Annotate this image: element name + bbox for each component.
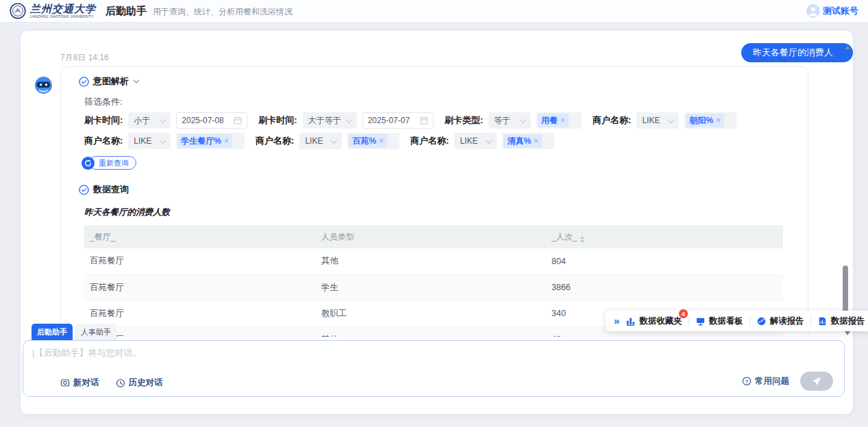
filter-group: 商户名称: LIKE 朝阳%× (593, 112, 736, 129)
value-input[interactable]: 用餐× (536, 112, 582, 129)
cell-canteen: 朝阳餐厅 (84, 326, 316, 337)
bot-avatar-icon (34, 76, 53, 94)
chat-scroll-area[interactable]: 昨天各餐厅的消费人数 7月8日 14:16 意图解析 筛选条件: (21, 31, 853, 337)
operator-select[interactable]: LIKE (636, 112, 679, 129)
value-input[interactable]: 百苑%× (347, 133, 399, 149)
query-section-title: 数据查询 (93, 183, 129, 196)
operator-select[interactable]: 等于 (488, 112, 531, 129)
chevron-down-icon (486, 137, 493, 144)
operator-select[interactable]: LIKE (299, 133, 342, 149)
filter-field-label: 刷卡类型: (445, 114, 483, 127)
refresh-icon (82, 157, 95, 170)
value-input[interactable]: 清真%× (502, 133, 554, 149)
history-clock-icon (116, 378, 125, 388)
faq-label: 常用问题 (755, 376, 789, 387)
account-label: 测试账号 (823, 5, 858, 17)
cell-canteen: 百苑餐厅 (84, 300, 316, 326)
message-input[interactable] (32, 347, 717, 373)
requery-label: 重新查询 (89, 156, 136, 170)
operator-value: LIKE (305, 136, 323, 146)
operator-select[interactable]: 大于等于 (303, 112, 357, 129)
remove-tag-icon[interactable]: × (534, 136, 538, 146)
intent-section-header[interactable]: 意图解析 (61, 75, 808, 88)
operator-value: 小于 (134, 115, 150, 127)
new-chat-label: 新对话 (73, 377, 99, 389)
toolbar-item-data-dashboard[interactable]: 数据看板 (695, 315, 743, 327)
filter-value-tag: 用餐× (538, 114, 569, 127)
bar-chart-icon (625, 316, 636, 326)
cell-canteen: 百苑餐厅 (84, 274, 316, 300)
filter-value-tag: 学生餐厅%× (177, 134, 232, 148)
operator-select[interactable]: LIKE (128, 133, 171, 149)
filter-conditions-label: 筛选条件: (84, 96, 808, 108)
remove-tag-icon[interactable]: × (379, 136, 384, 146)
cell-person-type: 教职工 (316, 300, 546, 326)
input-actions-left: 新对话 历史对话 (60, 377, 163, 389)
new-chat-icon (60, 378, 70, 388)
remove-tag-icon[interactable]: × (716, 116, 721, 125)
scrollbar-up-arrow-icon[interactable] (845, 45, 850, 49)
toolbar-divider (749, 317, 750, 326)
result-table-title: 昨天各餐厅的消费人数 (84, 207, 808, 218)
operator-value: 大于等于 (308, 115, 341, 127)
query-section-header[interactable]: 数据查询 (61, 183, 808, 196)
cell-canteen: 百苑餐厅 (84, 248, 316, 274)
new-chat-button[interactable]: 新对话 (60, 377, 99, 389)
university-name-en: LANZHOU JIAOTONG UNIVERSITY (30, 14, 96, 18)
filter-field-label: 商户名称: (84, 135, 123, 147)
operator-value: LIKE (460, 136, 478, 146)
operator-select[interactable]: 小于 (128, 112, 171, 129)
toolbar-item-data-report[interactable]: 数据报告 (817, 315, 865, 327)
operator-select[interactable]: LIKE (454, 133, 497, 149)
filter-group: 商户名称: LIKE 清真%× (410, 133, 554, 149)
tab-logistics-assistant[interactable]: 后勤助手 (32, 324, 73, 341)
date-input[interactable]: 2025-07-08 (176, 112, 247, 129)
remove-tag-icon[interactable]: × (560, 116, 565, 125)
tab-hr-assistant[interactable]: 人事助手 (75, 324, 116, 341)
sort-icon[interactable] (580, 236, 584, 243)
tag-text: 百苑% (352, 135, 376, 147)
column-header: _餐厅_ (84, 225, 316, 248)
cell-person-type: 其他 (316, 248, 546, 274)
university-name: 兰州交通大学 LANZHOU JIAOTONG UNIVERSITY (30, 4, 96, 18)
tag-text: 清真% (507, 135, 531, 147)
account-menu[interactable]: 测试账号 (806, 4, 858, 18)
remove-tag-icon[interactable]: × (224, 136, 229, 146)
toolbar-item-read-report[interactable]: 解读报告 (756, 315, 804, 327)
table-row: 百苑餐厅 其他 804 (84, 248, 783, 274)
history-label: 历史对话 (129, 377, 163, 389)
toolbar-item-label: 数据报告 (831, 315, 865, 327)
chevron-down-icon (668, 116, 675, 123)
value-input[interactable]: 学生餐厅%× (176, 133, 245, 149)
operator-value: LIKE (642, 116, 660, 125)
date-input[interactable]: 2025-07-07 (362, 112, 434, 129)
floating-toolbar: » 数据收藏夹 4 数据看板 解读报告 数据报告 (606, 311, 868, 331)
tag-text: 朝阳% (689, 115, 713, 127)
tag-text: 用餐 (541, 115, 558, 127)
filter-field-label: 商户名称: (410, 135, 449, 147)
favorites-count-badge: 4 (678, 309, 689, 319)
tag-text: 学生餐厅% (181, 135, 221, 147)
university-name-zh: 兰州交通大学 (30, 4, 96, 14)
paper-plane-icon (811, 376, 822, 387)
date-value: 2025-07-07 (368, 116, 410, 125)
input-actions-right: ? 常用问题 (742, 372, 833, 391)
column-header: _人次_ (546, 225, 783, 248)
requery-button[interactable]: 重新查询 (82, 156, 136, 170)
chevron-down-icon (345, 116, 352, 123)
filter-field-label: 商户名称: (593, 114, 631, 127)
faq-button[interactable]: ? 常用问题 (742, 376, 789, 387)
send-button[interactable] (800, 372, 833, 391)
question-circle-icon: ? (742, 376, 752, 386)
document-chart-icon (817, 316, 828, 326)
scrollbar-down-arrow-icon[interactable] (845, 331, 850, 335)
value-input[interactable]: 朝阳%× (684, 112, 736, 129)
filter-group: 刷卡时间: 大于等于 2025-07-07 (258, 112, 433, 129)
calendar-icon (234, 116, 242, 125)
user-message-bubble[interactable]: 昨天各餐厅的消费人数 (741, 43, 853, 62)
toolbar-item-label: 解读报告 (770, 315, 804, 327)
collapse-toolbar-icon[interactable]: » (614, 315, 619, 327)
table-header-row: _餐厅_ 人员类型 _人次_ (84, 225, 783, 248)
history-chat-button[interactable]: 历史对话 (116, 377, 163, 389)
toolbar-item-data-favorites[interactable]: 数据收藏夹 4 (625, 315, 682, 327)
